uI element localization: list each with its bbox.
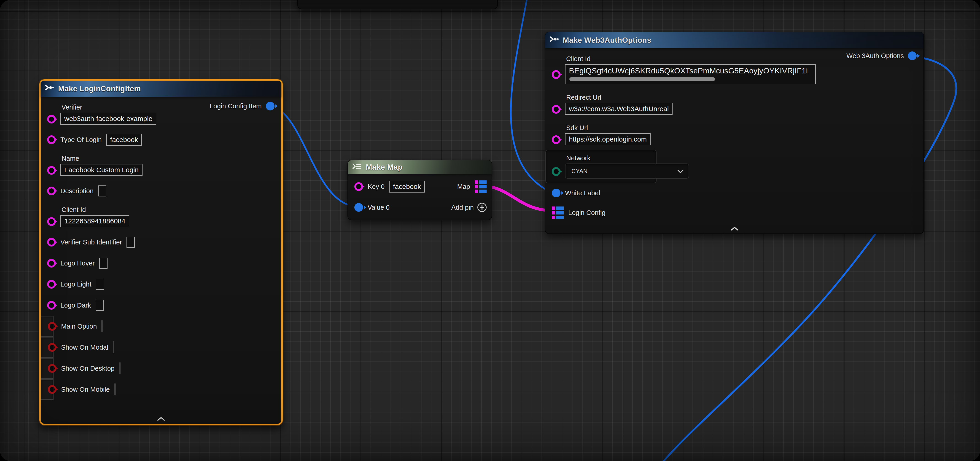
network-pin[interactable] bbox=[552, 167, 560, 176]
show-on-modal-checkbox[interactable] bbox=[113, 342, 114, 353]
value-0-pin[interactable] bbox=[354, 203, 363, 212]
white-label-label: White Label bbox=[565, 189, 600, 197]
login-config-label: Login Config bbox=[568, 209, 606, 216]
map-value-cell bbox=[556, 211, 564, 215]
blueprint-canvas[interactable]: Make LoginConfigItemLogin Config ItemVer… bbox=[0, 0, 980, 461]
type-of-login-input[interactable]: facebook bbox=[107, 134, 142, 146]
map-value-cell bbox=[556, 216, 564, 219]
verifier-sub-identifier-input[interactable] bbox=[127, 237, 135, 248]
horizontal-scrollbar[interactable] bbox=[570, 77, 715, 81]
logo-hover-input[interactable] bbox=[99, 258, 108, 269]
key-0-input[interactable]: facebook bbox=[389, 181, 425, 192]
collapse-chevron-icon[interactable] bbox=[731, 227, 738, 232]
sdk-url-input[interactable]: https://sdk.openlogin.com bbox=[565, 133, 651, 145]
pin-row-sdk-url: Sdk Urlhttps://sdk.openlogin.com bbox=[546, 119, 923, 150]
description-label: Description bbox=[60, 187, 94, 195]
logo-light-input[interactable] bbox=[96, 279, 104, 290]
key-0-label: Key 0 bbox=[368, 183, 385, 191]
map-value-cell bbox=[479, 180, 487, 184]
name-pin[interactable] bbox=[47, 166, 56, 175]
verifier-sub-identifier-pin[interactable] bbox=[47, 238, 56, 246]
pin-row-show-on-mobile: Show On Mobile bbox=[41, 379, 54, 400]
pin-row-logo-hover: Logo Hover bbox=[41, 253, 282, 274]
logo-light-pin[interactable] bbox=[47, 280, 56, 289]
show-on-mobile-checkbox[interactable] bbox=[115, 383, 116, 395]
description-input[interactable] bbox=[98, 186, 107, 196]
show-on-desktop-checkbox[interactable] bbox=[119, 362, 121, 374]
client-id-pin[interactable] bbox=[552, 70, 560, 79]
pin-row-client-id: Client Id1222658941886084 bbox=[41, 202, 282, 232]
main-option-checkbox[interactable] bbox=[101, 320, 103, 332]
type-of-login-pin[interactable] bbox=[47, 135, 56, 144]
pin-row-network: NetworkCYAN bbox=[546, 150, 657, 183]
map-value-cell bbox=[479, 185, 487, 188]
node-make-login-config-item[interactable]: Make LoginConfigItemLogin Config ItemVer… bbox=[39, 79, 283, 425]
sdk-url-label: Sdk Url bbox=[566, 124, 651, 132]
pin-row-verifier-sub-identifier: Verifier Sub Identifier bbox=[41, 232, 282, 253]
map-output-pin[interactable] bbox=[475, 180, 487, 193]
network-dropdown[interactable]: CYAN bbox=[565, 164, 689, 179]
redirect-url-pin[interactable] bbox=[552, 105, 560, 114]
logo-hover-pin[interactable] bbox=[47, 259, 56, 267]
map-value-cell bbox=[479, 189, 487, 193]
map-value-cell bbox=[556, 207, 564, 210]
struct-pin-icon bbox=[549, 36, 559, 45]
name-input[interactable]: Facebook Custom Login bbox=[60, 164, 143, 176]
main-option-pin[interactable] bbox=[48, 322, 57, 331]
key-0-pin[interactable] bbox=[354, 182, 363, 191]
pin-rows: Client IdBEglQSgt4cUWcj6SKRdu5QkOXTsePmM… bbox=[546, 48, 923, 223]
type-of-login-label: Type Of Login bbox=[60, 136, 102, 144]
client-id-input[interactable]: 1222658941886084 bbox=[60, 215, 129, 227]
logo-dark-pin[interactable] bbox=[47, 301, 56, 310]
node-header[interactable]: Make Web3AuthOptions bbox=[546, 32, 923, 48]
sdk-url-pin[interactable] bbox=[552, 135, 560, 144]
client-id-label: Client Id bbox=[566, 55, 816, 63]
name-label: Name bbox=[62, 155, 143, 162]
struct-pin-icon bbox=[45, 84, 54, 93]
show-on-mobile-label: Show On Mobile bbox=[61, 386, 110, 393]
show-on-modal-pin[interactable] bbox=[48, 343, 57, 352]
redirect-url-input[interactable]: w3a://com.w3a.Web3AuthUnreal bbox=[565, 103, 673, 115]
plus-circle-icon[interactable] bbox=[477, 203, 487, 212]
node-header[interactable]: Make Map bbox=[348, 160, 492, 174]
node-title: Make Web3AuthOptions bbox=[563, 36, 651, 45]
node-layer: Make LoginConfigItemLogin Config ItemVer… bbox=[0, 0, 980, 461]
white-label-pin[interactable] bbox=[552, 189, 560, 197]
add-pin-button[interactable]: Add pin bbox=[451, 203, 487, 212]
logo-dark-input[interactable] bbox=[95, 300, 104, 311]
logo-light-label: Logo Light bbox=[60, 281, 91, 288]
map-output-label: Map bbox=[457, 183, 470, 191]
map-key-cell bbox=[475, 185, 478, 188]
description-pin[interactable] bbox=[47, 187, 56, 195]
map-list-icon bbox=[352, 163, 362, 171]
main-option-label: Main Option bbox=[61, 323, 97, 330]
redirect-url-label: Redirect Url bbox=[566, 94, 673, 101]
map-key-cell bbox=[552, 216, 555, 219]
verifier-pin[interactable] bbox=[47, 115, 56, 124]
node-title: Make LoginConfigItem bbox=[58, 84, 141, 93]
map-key-cell bbox=[475, 189, 478, 193]
pin-row-login-config: Login Config bbox=[546, 203, 923, 223]
verifier-input[interactable]: web3auth-facebook-example bbox=[60, 113, 156, 125]
pin-row-value-0: Value 0Add pin bbox=[348, 198, 492, 217]
network-label: Network bbox=[566, 154, 689, 162]
pin-row-name: NameFacebook Custom Login bbox=[41, 150, 282, 180]
client-id-label: Client Id bbox=[62, 206, 129, 214]
client-id-pin[interactable] bbox=[47, 217, 56, 226]
pin-row-main-option: Main Option bbox=[41, 316, 54, 337]
show-on-desktop-pin[interactable] bbox=[48, 364, 57, 373]
value-0-label: Value 0 bbox=[368, 204, 390, 211]
pin-row-white-label: White Label bbox=[546, 183, 923, 203]
node-make-web3auth-options[interactable]: Make Web3AuthOptionsWeb 3Auth OptionsCli… bbox=[545, 32, 924, 234]
pin-row-type-of-login: Type Of Loginfacebook bbox=[41, 129, 282, 150]
add-pin-label: Add pin bbox=[451, 204, 474, 211]
collapse-chevron-icon[interactable] bbox=[157, 417, 165, 422]
node-make-map[interactable]: Make MapKey 0facebookMapValue 0Add pin bbox=[347, 160, 492, 220]
node-header[interactable]: Make LoginConfigItem bbox=[41, 81, 282, 97]
pin-row-redirect-url: Redirect Urlw3a://com.w3a.Web3AuthUnreal bbox=[546, 89, 923, 119]
login-config-pin[interactable] bbox=[552, 207, 564, 219]
show-on-mobile-pin[interactable] bbox=[48, 385, 57, 394]
map-key-cell bbox=[475, 180, 478, 184]
pin-row-show-on-modal: Show On Modal bbox=[41, 337, 54, 358]
client-id-input[interactable]: BEglQSgt4cUWcj6SKRdu5QkOXTsePmMcusG5EAoy… bbox=[565, 64, 816, 84]
